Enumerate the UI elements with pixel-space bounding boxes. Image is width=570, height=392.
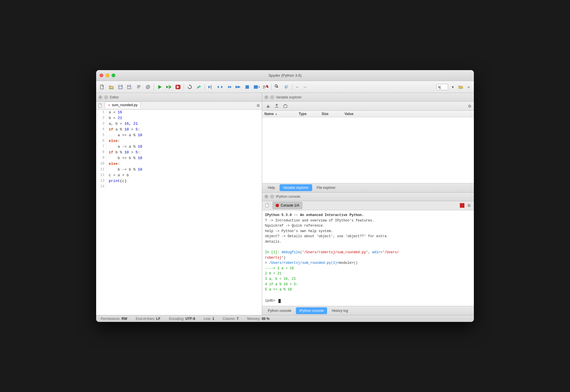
tab-file-explorer[interactable]: File explorer: [313, 184, 339, 191]
svg-marker-18: [208, 86, 211, 88]
svg-rect-27: [254, 85, 258, 89]
editor-close-button[interactable]: ✕: [98, 95, 102, 99]
console-new-tab-icon[interactable]: [264, 203, 271, 208]
search-folder[interactable]: [457, 84, 464, 90]
console-tab-label: Console 1/A: [281, 203, 299, 207]
back-button[interactable]: ←: [294, 84, 301, 90]
svg-point-33: [267, 86, 268, 88]
profile-button[interactable]: [195, 83, 203, 91]
var-col-value-header[interactable]: Value: [345, 112, 472, 116]
console-close-button[interactable]: ✕: [264, 195, 268, 199]
editor-tab-sum-rounded[interactable]: ✕ sum_rounded.py: [105, 102, 140, 108]
svg-marker-23: [228, 86, 230, 88]
tab-variable-explorer[interactable]: Variable explorer: [280, 184, 312, 191]
var-explorer-bottom-tabs: Help Variable explorer File explorer: [262, 183, 474, 192]
status-permissions-label: Permissions:: [101, 317, 120, 321]
svg-text:+: +: [131, 87, 132, 90]
debug-button[interactable]: [174, 83, 182, 91]
minimize-button[interactable]: [106, 74, 109, 77]
svg-marker-28: [258, 86, 260, 88]
variable-explorer-header: ✕ ○ Variable explorer: [262, 93, 474, 102]
toggle-breakpoints-button[interactable]: [261, 83, 270, 91]
run-button[interactable]: [155, 83, 164, 91]
editor-panel: ✕ ○ Editor ✕ sum_rounded.py ⚙: [96, 93, 262, 315]
code-line-7: 7 a -= a % 10: [96, 144, 262, 150]
svg-marker-17: [189, 84, 191, 86]
console-tab-1[interactable]: Console 1/A: [272, 202, 302, 209]
python-path-button[interactable]: [282, 83, 291, 91]
status-memory: Memory: 89 %: [247, 317, 270, 321]
var-explorer-undock-button[interactable]: ○: [270, 95, 274, 99]
console-line-blank-1: [265, 244, 471, 250]
console-bottom-tabs: Python console IPython console History l…: [262, 306, 474, 315]
code-line-2: 2 b = 21: [96, 115, 262, 121]
status-line: Line: 1: [204, 317, 214, 321]
status-column: Column: 7: [223, 317, 239, 321]
close-button[interactable]: [100, 74, 103, 77]
step-return-button[interactable]: [225, 83, 233, 91]
open-file-button[interactable]: [107, 83, 116, 91]
code-line-6: 6 else:: [96, 138, 262, 144]
app-window: Spyder (Python 3.6) + @: [96, 70, 474, 322]
restart-button[interactable]: [185, 83, 194, 91]
console-gear-btn[interactable]: ⚙: [467, 203, 471, 208]
svg-rect-26: [246, 85, 249, 89]
search-input[interactable]: [437, 84, 448, 90]
var-col-type-header[interactable]: Type: [299, 112, 322, 116]
more-options[interactable]: »: [465, 84, 472, 90]
save-as-button[interactable]: +: [125, 83, 134, 91]
tab-modified-icon: ✕: [108, 104, 110, 107]
status-eol-label: End-of-lines:: [136, 317, 155, 321]
console-line-5: object? -> Details about 'object', use '…: [265, 234, 471, 239]
search-dropdown[interactable]: ▾: [449, 84, 456, 90]
console-line-2: ? -> Introduction and overview of IPytho…: [265, 218, 471, 223]
var-col-name-header[interactable]: Name ▲: [264, 112, 299, 116]
status-encoding-value: UTF-8: [185, 317, 195, 321]
code-line-12: 12 c = a + b: [96, 173, 262, 178]
svg-point-34: [277, 86, 278, 88]
svg-rect-37: [284, 105, 287, 108]
status-eol-value: LF: [156, 317, 161, 321]
forward-button[interactable]: →: [301, 84, 308, 90]
maximize-button[interactable]: [112, 74, 115, 77]
save-file-button[interactable]: [116, 83, 125, 91]
console-stop-btn[interactable]: [460, 203, 464, 208]
new-file-button[interactable]: [98, 83, 106, 91]
editor-undock-button[interactable]: ○: [104, 95, 108, 99]
var-explorer-settings-btn[interactable]: ⚙: [468, 104, 472, 108]
code-line-3: 3 a, b = 16, 21: [96, 121, 262, 127]
toolbar-separator-3: [205, 84, 205, 90]
console-line-path: > /Users/robertsj/sum_rounded.py(1)<modu…: [265, 260, 471, 266]
run-cell-button[interactable]: [165, 83, 173, 91]
console-output[interactable]: IPython 5.3.0 -- An enhanced Interactive…: [262, 210, 474, 306]
console-line-1: IPython 5.3.0 -- An enhanced Interactive…: [265, 213, 471, 218]
preferences-button[interactable]: [273, 83, 282, 91]
code-line-5: 5 a += a % 10: [96, 132, 262, 138]
tab-history-log[interactable]: History log: [328, 307, 351, 314]
continue-button[interactable]: [234, 83, 242, 91]
step-into-button[interactable]: [206, 83, 215, 91]
tab-help[interactable]: Help: [264, 184, 278, 191]
status-permissions: Permissions: RW: [101, 317, 127, 321]
var-explorer-save-btn[interactable]: [273, 102, 280, 110]
svg-rect-0: [100, 85, 103, 89]
ipython-console-panel: ✕ ○ IPython console Console 1/A ⚙: [262, 193, 474, 315]
outline-button[interactable]: [134, 83, 143, 91]
todo-button[interactable]: @: [144, 83, 152, 91]
main-toolbar: + @: [96, 81, 474, 93]
var-explorer-close-button[interactable]: ✕: [264, 95, 268, 99]
variable-explorer-panel: ✕ ○ Variable explorer ⚙: [262, 93, 474, 193]
var-col-size-header[interactable]: Size: [322, 112, 345, 116]
status-memory-label: Memory:: [247, 317, 261, 321]
status-encoding-label: Encoding:: [169, 317, 184, 321]
tab-python-console[interactable]: Python console: [264, 307, 295, 314]
tab-ipython-console[interactable]: IPython console: [296, 307, 327, 314]
stop-button[interactable]: [243, 83, 252, 91]
editor-file-icon[interactable]: [96, 102, 105, 109]
console-undock-button[interactable]: ○: [270, 195, 274, 199]
var-explorer-reset-btn[interactable]: [282, 102, 289, 110]
step-button[interactable]: [215, 83, 224, 91]
var-explorer-import-btn[interactable]: [264, 102, 272, 110]
editor-settings-btn[interactable]: ⚙: [256, 103, 260, 108]
next-warning-button[interactable]: [252, 83, 261, 91]
